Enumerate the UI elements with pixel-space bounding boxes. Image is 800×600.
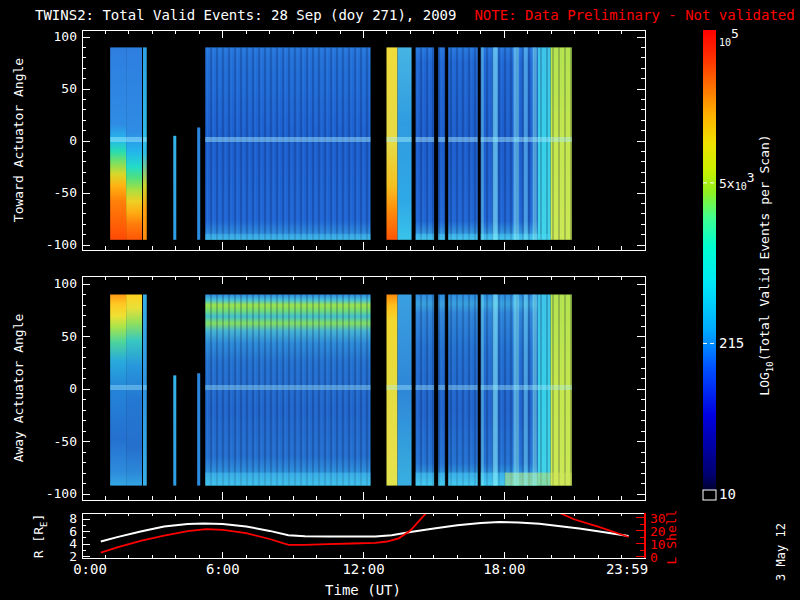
bright-stripe — [481, 47, 484, 239]
r-axis-label-suffix: ] — [31, 514, 46, 522]
colorbar-label-sub: 10 — [765, 361, 775, 372]
colorbar-tick-label: 5x103 — [719, 170, 755, 192]
r-axis-label: R [RE] — [31, 514, 49, 559]
data-gap — [434, 294, 438, 487]
toward-axis-label: Toward Actuator Angle — [11, 58, 26, 222]
bright-stripe — [524, 295, 528, 486]
center-band — [386, 385, 411, 390]
angle-tick-label: 50 — [61, 81, 77, 96]
texture-overlay — [205, 47, 370, 239]
heatmap-block — [386, 47, 397, 239]
lshell-tick-label: 0 — [650, 550, 658, 565]
away-axis-label: Away Actuator Angle — [11, 314, 26, 463]
heatmap-block — [126, 47, 142, 239]
center-band — [386, 137, 411, 142]
spectrogram-toward — [110, 46, 572, 240]
center-band — [110, 385, 142, 390]
colorbar-tick-label: 10 — [719, 486, 736, 502]
heatmap-block — [386, 295, 397, 486]
spectrogram-away — [110, 294, 572, 487]
heatmap-block — [143, 47, 147, 239]
data-gap — [445, 294, 448, 487]
texture-overlay — [205, 295, 370, 486]
time-tick-label: 23:59 — [606, 561, 648, 577]
plot-canvas: 100500-50-100100500-50-100864230201000:0… — [0, 0, 800, 600]
colorbar-label-suffix: (Total Valid Events per Scan) — [757, 134, 772, 361]
data-gap — [478, 294, 481, 487]
angle-tick-label: -100 — [46, 486, 77, 501]
heatmap-block — [110, 47, 126, 239]
colorbar-tick-label: 215 — [719, 335, 744, 351]
data-gap — [434, 46, 438, 240]
colorbar-label-prefix: LOG — [757, 372, 772, 395]
tick-base: 10 — [719, 37, 731, 48]
bottom-band — [205, 473, 370, 486]
center-band — [143, 385, 147, 390]
tick-base: 10 — [735, 181, 747, 192]
angle-tick-label: -100 — [46, 237, 77, 252]
bright-stripe — [533, 47, 537, 239]
colorbar: 1055x10321510 — [703, 26, 755, 502]
bright-stripe — [493, 295, 498, 486]
r-axis-label-sub: E — [39, 522, 49, 527]
heatmap-block — [197, 127, 200, 239]
bright-stripe — [481, 295, 484, 486]
twins2-plot-window: TWINS2: Total Valid Events: 28 Sep (doy … — [0, 0, 800, 600]
date-stamp: 3 May 12 — [774, 523, 788, 581]
heatmap-block — [110, 295, 126, 486]
lshell-axis-label: L Shell — [664, 510, 679, 565]
center-band — [205, 137, 370, 142]
time-axis-label: Time (UT) — [325, 582, 401, 598]
bottom-band — [205, 234, 370, 240]
bright-stripe — [524, 47, 528, 239]
lshell-line — [101, 512, 427, 552]
angle-tick-label: -50 — [54, 185, 77, 200]
heatmap-block — [126, 295, 142, 486]
heatmap-block — [173, 375, 176, 485]
time-tick-label: 0:00 — [73, 561, 107, 577]
bright-stripe — [514, 47, 519, 239]
colorbar-tick-label: 105 — [719, 26, 739, 48]
colorbar-label: LOG10(Total Valid Events per Scan) — [757, 134, 775, 395]
heatmap-block — [398, 295, 412, 486]
angle-tick-label: 50 — [61, 329, 77, 344]
tick-sup: 3 — [747, 170, 755, 185]
heatmap-block — [173, 136, 176, 240]
orbit-lines — [101, 512, 629, 552]
angle-tick-label: 0 — [69, 381, 77, 396]
data-gap — [478, 46, 481, 240]
lshell-axis — [636, 513, 645, 558]
heatmap-block — [143, 295, 147, 486]
angle-tick-label: -50 — [54, 434, 77, 449]
bright-stripe — [514, 295, 519, 486]
angle-tick-label: 100 — [54, 276, 77, 291]
time-tick-label: 12:00 — [342, 561, 384, 577]
time-tick-label: 6:00 — [206, 561, 240, 577]
data-gap — [445, 46, 448, 240]
tick-pre: 5x — [719, 176, 735, 191]
angle-tick-label: 0 — [69, 133, 77, 148]
colorbar-bottom-box — [703, 490, 716, 500]
lshell-line — [558, 512, 628, 537]
bright-stripe — [493, 47, 498, 239]
tick-sup: 5 — [731, 26, 739, 41]
colorbar-bar — [703, 30, 716, 500]
heatmap-block — [197, 373, 200, 485]
bright-stripe — [533, 295, 537, 486]
heatmap-block — [398, 47, 412, 239]
center-band — [110, 137, 142, 142]
center-band — [143, 137, 147, 142]
r-axis-label-prefix: R [R — [31, 527, 46, 558]
time-tick-label: 18:00 — [483, 561, 525, 577]
angle-tick-label: 100 — [54, 29, 77, 44]
center-band — [205, 385, 370, 390]
